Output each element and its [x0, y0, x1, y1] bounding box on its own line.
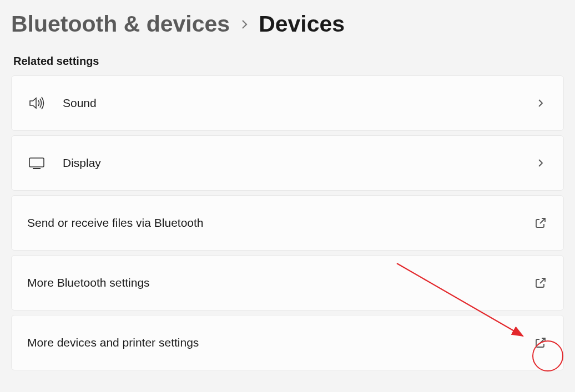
breadcrumb: Bluetooth & devices Devices: [11, 11, 564, 37]
page-title: Devices: [259, 11, 345, 37]
external-link-icon: [533, 335, 548, 350]
setting-label: Display: [63, 156, 533, 170]
external-link-icon: [533, 216, 548, 230]
related-settings-list: Sound Display Send or receive files via …: [11, 75, 564, 370]
setting-item-bluetooth-files[interactable]: Send or receive files via Bluetooth: [11, 195, 564, 251]
sound-icon: [27, 96, 46, 110]
chevron-right-icon: [533, 96, 548, 110]
svg-line-3: [540, 278, 545, 283]
breadcrumb-parent-link[interactable]: Bluetooth & devices: [11, 11, 230, 37]
display-icon: [27, 156, 46, 170]
chevron-right-icon: [240, 19, 249, 30]
setting-label: More devices and printer settings: [27, 336, 533, 349]
setting-item-sound[interactable]: Sound: [11, 75, 564, 131]
svg-rect-0: [29, 158, 44, 167]
section-title-related-settings: Related settings: [13, 55, 564, 68]
setting-label: Send or receive files via Bluetooth: [27, 216, 533, 230]
external-link-icon: [533, 276, 548, 290]
setting-item-more-bluetooth[interactable]: More Bluetooth settings: [11, 255, 564, 310]
setting-label: More Bluetooth settings: [27, 276, 533, 289]
svg-line-4: [540, 338, 545, 343]
setting-item-more-devices-printers[interactable]: More devices and printer settings: [11, 315, 564, 370]
setting-item-display[interactable]: Display: [11, 135, 564, 191]
svg-line-2: [540, 218, 545, 223]
setting-label: Sound: [63, 96, 533, 110]
chevron-right-icon: [533, 156, 548, 170]
